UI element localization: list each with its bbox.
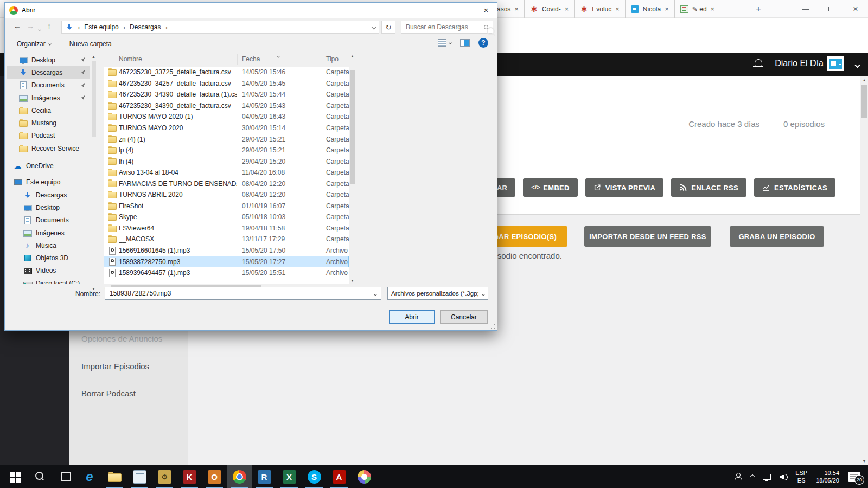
sidebar-scrollbar[interactable]: ▲	[91, 54, 97, 284]
notification-center-icon[interactable]: 20	[848, 472, 860, 482]
up-button[interactable]: ↑	[47, 22, 51, 30]
file-row[interactable]: lh (4) 29/04/20 15:20 Carpeta	[104, 156, 349, 167]
file-row[interactable]: TURNOS MAYO 2020 (1) 04/05/20 16:43 Carp…	[104, 111, 349, 123]
sidebar-folder-item[interactable]: Imágenes	[7, 92, 90, 104]
sidebar-folder-item[interactable]: Vídeos	[7, 265, 90, 277]
taskbar-button[interactable]	[102, 465, 127, 488]
close-window-button[interactable]: ×	[843, 0, 868, 18]
file-row[interactable]: 467235230_33725_detalle_factura.csv 14/0…	[104, 67, 349, 78]
file-row[interactable]: TURNOS ABRIL 2020 08/04/20 12:20 Carpeta	[104, 189, 349, 201]
menu-item-ad-options[interactable]: Opciones de Anuncios	[81, 334, 162, 343]
import-rss-button[interactable]: IMPORTAR DESDE UN FEED RSS	[584, 226, 711, 247]
scroll-up-icon[interactable]: ▲	[92, 55, 95, 59]
taskbar-button[interactable]: e	[77, 465, 102, 488]
minimize-button[interactable]: —	[793, 0, 818, 18]
new-tab-button[interactable]: +	[750, 0, 767, 18]
site-logo[interactable]	[827, 56, 844, 71]
sidebar-folder-item[interactable]: Disco local (C:)	[7, 277, 90, 284]
browser-tab[interactable]: ✎ ed ×	[675, 0, 720, 18]
people-icon[interactable]	[733, 473, 742, 480]
action-button[interactable]: </> EMBED	[523, 178, 577, 197]
forward-button[interactable]: →	[27, 22, 34, 30]
cancel-button[interactable]: Cancelar	[440, 310, 488, 324]
column-name[interactable]: Nombre	[119, 55, 142, 63]
column-date[interactable]: Fecha	[242, 55, 260, 63]
tab-close-icon[interactable]: ×	[514, 5, 519, 13]
history-chevron-icon[interactable]	[39, 24, 41, 33]
network-icon[interactable]	[763, 474, 771, 480]
taskbar-button[interactable]: A	[327, 465, 352, 488]
file-row[interactable]: FARMACIAS DE TURNO DE ENSENADA... 08/04/…	[104, 178, 349, 189]
tab-close-icon[interactable]: ×	[615, 5, 620, 13]
breadcrumb-root[interactable]: Este equipo	[84, 23, 118, 31]
help-icon[interactable]: ?	[478, 38, 488, 48]
tray-chevron-up-icon[interactable]	[750, 474, 755, 479]
column-type[interactable]: Tipo	[326, 55, 339, 63]
browser-tab[interactable]: ∗ Evoluc ×	[575, 0, 626, 18]
taskbar-button[interactable]: S	[302, 465, 327, 488]
account-chevron-down-icon[interactable]	[856, 61, 859, 69]
sidebar-folder-item[interactable]: Recover Service	[7, 142, 90, 155]
file-row[interactable]: 467235230_34390_detalle_factura (1).csv …	[104, 89, 349, 100]
scroll-up-icon[interactable]: ▲	[350, 54, 354, 58]
file-list-scrollbar[interactable]: ▲ ▼	[349, 53, 356, 284]
sidebar-folder-item[interactable]: Cecilia	[7, 104, 90, 117]
tab-close-icon[interactable]: ×	[665, 5, 669, 13]
file-row[interactable]: FSViewer64 19/04/18 11:58 Carpeta	[104, 223, 349, 234]
file-row[interactable]: __MACOSX 13/11/17 17:29 Carpeta	[104, 234, 349, 245]
breadcrumb[interactable]: › Este equipo › Descargas ›	[61, 21, 379, 34]
page-scrollbar-thumb[interactable]	[861, 85, 867, 118]
taskbar-button[interactable]	[352, 465, 376, 488]
taskbar-button[interactable]	[227, 465, 252, 488]
sidebar-root-item[interactable]: OneDrive	[7, 159, 90, 172]
taskbar-button[interactable]	[2, 465, 27, 488]
volume-icon[interactable]	[780, 473, 787, 480]
sidebar-folder-item[interactable]: Documents	[7, 79, 90, 92]
scroll-up-icon[interactable]: ▲	[863, 78, 866, 82]
action-button[interactable]: </> ESTADÍSTICAS	[754, 178, 835, 197]
page-scrollbar[interactable]: ▲ ▼	[860, 76, 868, 465]
tab-close-icon[interactable]: ×	[565, 5, 569, 13]
dialog-title-bar[interactable]: Abrir ×	[5, 3, 497, 18]
notifications-bell-icon[interactable]	[755, 59, 762, 66]
sidebar-folder-item[interactable]: Desktop	[7, 201, 90, 214]
sidebar-folder-item[interactable]: Música	[7, 239, 90, 252]
file-row[interactable]: Skype 05/10/18 10:03 Carpeta	[104, 211, 349, 223]
sidebar-folder-item[interactable]: Mustang	[7, 117, 90, 129]
open-button[interactable]: Abrir	[389, 310, 435, 324]
file-row[interactable]: 467235230_34390_detalle_factura.csv 14/0…	[104, 100, 349, 112]
new-folder-button[interactable]: Nueva carpeta	[69, 40, 112, 48]
restore-button[interactable]	[818, 0, 843, 18]
sidebar-folder-item[interactable]: Objetos 3D	[7, 252, 90, 264]
organize-menu[interactable]: Organizar	[17, 40, 51, 48]
back-button[interactable]: ←	[14, 22, 21, 30]
record-episode-button[interactable]: GRABA UN EPISODIO	[730, 226, 824, 247]
refresh-button[interactable]: ↻	[381, 21, 395, 34]
taskbar-button[interactable]: ⚙	[152, 465, 177, 488]
sidebar-folder-item[interactable]: Documents	[7, 214, 90, 227]
file-row[interactable]: 467235230_34257_detalle_factura.csv 14/0…	[104, 78, 349, 89]
scroll-down-icon[interactable]: ▼	[350, 279, 354, 282]
file-row[interactable]: 1589396494457 (1).mp3 15/05/20 15:51 Arc…	[104, 267, 349, 279]
taskbar-button[interactable]	[127, 465, 152, 488]
browser-tab[interactable]: ∗ Covid- ×	[525, 0, 575, 18]
file-row[interactable]: 1589387282750.mp3 15/05/20 17:27 Archivo	[104, 256, 349, 267]
menu-item-import-episodes[interactable]: Importar Episodios	[81, 362, 149, 371]
sidebar-folder-item[interactable]: Descargas	[7, 66, 90, 79]
view-options-button[interactable]	[438, 39, 451, 47]
dialog-close-icon[interactable]: ×	[478, 4, 494, 16]
breadcrumb-current[interactable]: Descargas	[130, 23, 161, 31]
preview-pane-icon[interactable]	[460, 39, 470, 47]
search-box[interactable]: Buscar en Descargas	[401, 21, 493, 34]
browser-tab[interactable]: Nicola ×	[626, 0, 675, 18]
file-row[interactable]: 1566916601645 (1).mp3 15/05/20 17:50 Arc…	[104, 245, 349, 256]
site-account-name[interactable]: Diario El Día	[775, 59, 824, 68]
taskbar-button[interactable]	[52, 465, 77, 488]
clock[interactable]: 10:54 18/05/20	[816, 469, 839, 484]
file-row[interactable]: Aviso 13-04 al 18-04 11/04/20 16:08 Carp…	[104, 167, 349, 178]
taskbar-button[interactable]: O	[202, 465, 227, 488]
sidebar-folder-item[interactable]: Desktop	[7, 54, 90, 66]
taskbar-button[interactable]: K	[177, 465, 202, 488]
menu-item-delete-podcast[interactable]: Borrar Podcast	[81, 389, 136, 398]
sidebar-folder-item[interactable]: Descargas	[7, 189, 90, 201]
